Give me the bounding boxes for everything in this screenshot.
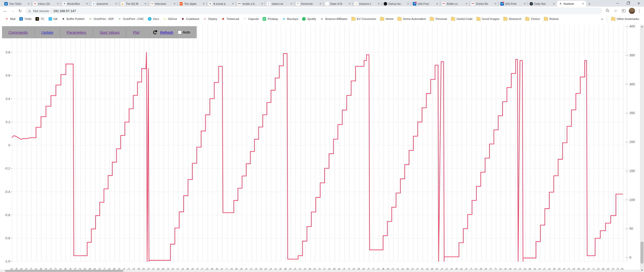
- nav-link-spot-values[interactable]: Spot Values: [100, 30, 120, 35]
- browser-tab[interactable]: UA sneak p×: [207, 1, 236, 7]
- browser-tab[interactable]: arsThe digita×: [178, 1, 207, 7]
- vertical-scroll-thumb[interactable]: [640, 242, 643, 263]
- horizontal-scroll-thumb[interactable]: [5, 270, 123, 272]
- tab-close-icon[interactable]: ×: [465, 2, 468, 6]
- close-button[interactable]: ✕: [633, 0, 644, 7]
- bookmark-item[interactable]: ◓Capsule: [241, 17, 261, 21]
- bookmarks-overflow-chevron[interactable]: »: [599, 17, 605, 21]
- nav-link-commands[interactable]: Commands: [9, 30, 28, 35]
- browser-tab[interactable]: ϟsisters wi×: [265, 1, 294, 7]
- tab-close-icon[interactable]: ×: [348, 2, 351, 6]
- browser-tab[interactable]: DRDrinks Re×: [469, 1, 499, 7]
- bookmark-item[interactable]: ◈Barclays: [280, 17, 300, 21]
- refresh-icon[interactable]: ↻: [151, 30, 158, 35]
- bookmark-label: Trello: [24, 17, 31, 20]
- bookmark-item[interactable]: ⌂HA: [47, 17, 60, 21]
- tab-close-icon[interactable]: ×: [203, 2, 205, 6]
- tab-close-icon[interactable]: ×: [378, 2, 380, 6]
- tab-close-icon[interactable]: ×: [553, 2, 555, 6]
- browser-tab[interactable]: in(64) Post×: [411, 1, 440, 7]
- tab-close-icon[interactable]: ×: [115, 2, 117, 6]
- browser-tab[interactable]: RRInside a S×: [236, 1, 265, 7]
- bookmark-item[interactable]: EV Conversion: [349, 17, 378, 21]
- bookmark-item[interactable]: Robots: [542, 17, 560, 21]
- bookmark-item[interactable]: COctoPrint - 3DP: [87, 17, 116, 21]
- tab-close-icon[interactable]: ×: [86, 2, 88, 6]
- nav-link-parameters[interactable]: Parameters: [67, 30, 86, 35]
- bookmark-label: GDrive: [168, 17, 177, 20]
- kebab-menu-icon[interactable]: ⋮: [637, 9, 641, 13]
- bookmark-item[interactable]: Useful Code: [449, 17, 474, 21]
- tab-close-icon[interactable]: ×: [57, 2, 59, 6]
- tab-close-icon[interactable]: ×: [436, 2, 438, 6]
- tab-close-icon[interactable]: ×: [524, 2, 526, 6]
- bookmark-item[interactable]: ▦Codebase: [179, 17, 201, 21]
- browser-tab[interactable]: Gautoserm×: [90, 1, 119, 7]
- browser-tab[interactable]: GRInterview×: [148, 1, 178, 7]
- bookmark-item[interactable]: aAmazon Affiliates: [318, 17, 349, 21]
- bookmark-item[interactable]: pxPixabay: [261, 17, 280, 21]
- address-bar[interactable]: ⚠ Not secure 192.168.57.147: [25, 8, 602, 14]
- refresh-link[interactable]: Refresh: [160, 30, 173, 35]
- bookmark-item[interactable]: COctoPrint - CNC: [116, 17, 146, 21]
- browser-tab[interactable]: DRBottle-co×: [440, 1, 469, 7]
- browser-tab[interactable]: in(64) Post×: [499, 1, 528, 7]
- back-icon[interactable]: ←: [3, 9, 8, 13]
- tab-close-icon[interactable]: ×: [144, 2, 147, 6]
- tab-close-icon[interactable]: ×: [407, 2, 409, 6]
- search-icon[interactable]: [605, 9, 610, 13]
- browser-tab[interactable]: ◣The AQ M×: [119, 1, 148, 7]
- horizontal-scrollbar[interactable]: [0, 270, 640, 272]
- browser-tab[interactable]: ||Tom ToDo×: [3, 1, 32, 7]
- bookmark-item[interactable]: MMail: [3, 17, 17, 21]
- bookmark-star-icon[interactable]: ☆: [613, 9, 618, 13]
- bookmark-item[interactable]: Personal: [428, 17, 449, 21]
- browser-tab[interactable]: State of B×: [324, 1, 353, 7]
- profile-avatar[interactable]: [629, 8, 635, 14]
- bookmark-item[interactable]: Choice: [523, 17, 542, 21]
- tab-close-icon[interactable]: ×: [261, 2, 263, 6]
- tab-close-icon[interactable]: ×: [319, 2, 322, 6]
- nav-link-plot[interactable]: Plot: [133, 30, 139, 35]
- bookmark-item[interactable]: ▸Deploy: [201, 17, 219, 21]
- other-bookmarks[interactable]: Other bookmarks: [609, 17, 641, 21]
- bookmark-item[interactable]: ▦Tinkercad: [219, 17, 241, 21]
- bookmark-item[interactable]: ≈Spotify: [300, 17, 318, 21]
- browser-tab[interactable]: ⊕Bookofthe×: [61, 1, 90, 7]
- bookmark-item[interactable]: ◆Buffer Publish: [60, 17, 87, 21]
- vertical-scrollbar[interactable]: ▲ ▼: [640, 25, 644, 272]
- bookmark-item[interactable]: Research: [501, 17, 523, 21]
- new-tab-button[interactable]: +: [586, 1, 593, 7]
- scroll-up-icon[interactable]: ▲: [640, 25, 644, 28]
- tab-close-icon[interactable]: ×: [494, 2, 497, 6]
- tab-close-icon[interactable]: ×: [232, 2, 234, 6]
- bookmark-item[interactable]: ||Trello: [17, 17, 33, 21]
- bookmark-item[interactable]: xXero: [146, 17, 161, 21]
- auto-checkbox[interactable]: [178, 30, 182, 34]
- browser-tab[interactable]: MInbox (16×: [32, 1, 61, 7]
- forward-icon[interactable]: →: [10, 9, 15, 13]
- bookmark-item[interactable]: Home: [378, 17, 395, 21]
- tab-close-icon[interactable]: ×: [173, 2, 176, 6]
- minimize-button[interactable]: [612, 0, 623, 7]
- tab-close-icon[interactable]: ×: [27, 2, 30, 6]
- browser-tab[interactable]: ◔Daily Not×: [528, 1, 557, 7]
- scroll-down-icon[interactable]: ▼: [640, 268, 644, 272]
- browser-tab[interactable]: ⊕Huebner×: [557, 1, 586, 7]
- screenshot-icon[interactable]: [621, 9, 626, 13]
- nav-link-update[interactable]: Update: [41, 30, 53, 35]
- bookmark-item[interactable]: Home Automation: [395, 17, 428, 21]
- tab-close-icon[interactable]: ×: [290, 2, 293, 6]
- url-text[interactable]: 192.168.57.147: [53, 9, 76, 13]
- bookmark-label: OctoPrint - 3DP: [94, 17, 114, 20]
- bookmark-item[interactable]: ◎TC: [33, 17, 46, 21]
- bookmark-item[interactable]: Good Images: [474, 17, 501, 21]
- browser-tab[interactable]: Dahua fac×: [382, 1, 411, 7]
- reload-icon[interactable]: ↻: [18, 9, 23, 13]
- maximize-button[interactable]: [623, 0, 633, 7]
- tab-close-icon[interactable]: ×: [582, 2, 584, 6]
- bookmark-item[interactable]: ▲GDrive: [161, 17, 179, 21]
- browser-tab[interactable]: ◕Hackers t×: [353, 1, 382, 7]
- security-label[interactable]: Not secure: [33, 9, 49, 13]
- browser-tab[interactable]: TDemonstr×: [294, 1, 324, 7]
